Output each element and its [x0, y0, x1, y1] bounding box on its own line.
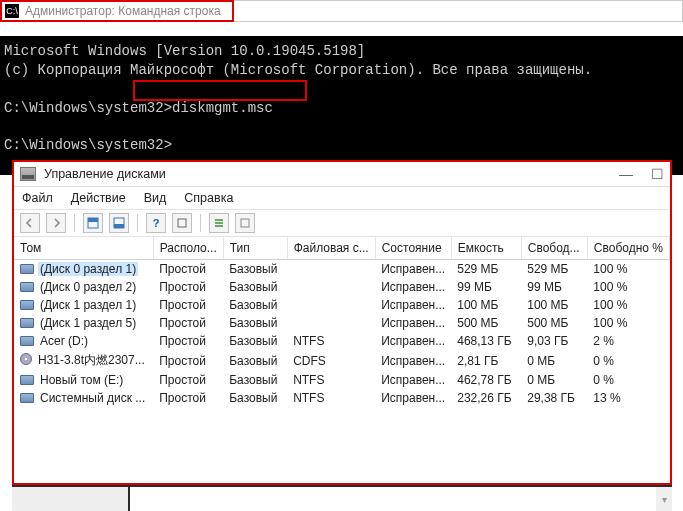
disk-management-window: Управление дисками — ☐ Файл Действие Вид…	[12, 160, 672, 485]
table-row[interactable]: H31-3.8t内燃2307...ПростойБазовыйCDFSИспра…	[14, 350, 670, 371]
menu-action[interactable]: Действие	[71, 191, 126, 205]
table-row[interactable]: (Диск 0 раздел 2)ПростойБазовыйИсправен.…	[14, 278, 670, 296]
cmd-title-text: Администратор: Командная строка	[25, 4, 221, 18]
cell-state: Исправен...	[375, 260, 451, 279]
dm-title-bar[interactable]: Управление дисками — ☐	[14, 162, 670, 187]
table-row[interactable]: Новый том (E:)ПростойБазовыйNTFSИсправен…	[14, 371, 670, 389]
minimize-button[interactable]: —	[619, 166, 633, 182]
col-fs[interactable]: Файловая с...	[287, 237, 375, 260]
cell-layout: Простой	[153, 389, 223, 407]
cell-type: Базовый	[223, 260, 287, 279]
maximize-button[interactable]: ☐	[651, 166, 664, 182]
volume-name: (Диск 1 раздел 5)	[38, 316, 138, 330]
dm-title-text: Управление дисками	[44, 167, 166, 181]
cell-state: Исправен...	[375, 314, 451, 332]
cell-fs	[287, 314, 375, 332]
table-header-row[interactable]: Том Располо... Тип Файловая с... Состоян…	[14, 237, 670, 260]
cell-capacity: 232,26 ГБ	[451, 389, 521, 407]
table-row[interactable]: (Диск 1 раздел 1)ПростойБазовыйИсправен.…	[14, 296, 670, 314]
cell-type: Базовый	[223, 314, 287, 332]
volume-name: (Диск 0 раздел 1)	[38, 262, 138, 276]
cell-capacity: 500 МБ	[451, 314, 521, 332]
cell-free: 29,38 ГБ	[521, 389, 587, 407]
svg-rect-8	[241, 219, 249, 227]
svg-rect-4	[178, 219, 186, 227]
volume-icon	[20, 318, 34, 328]
cell-free: 99 МБ	[521, 278, 587, 296]
col-free[interactable]: Свобод...	[521, 237, 587, 260]
cell-fs: NTFS	[287, 332, 375, 350]
table-row[interactable]: (Диск 1 раздел 5)ПростойБазовыйИсправен.…	[14, 314, 670, 332]
cell-free: 0 МБ	[521, 371, 587, 389]
table-row[interactable]: Acer (D:)ПростойБазовыйNTFSИсправен...46…	[14, 332, 670, 350]
menu-help[interactable]: Справка	[184, 191, 233, 205]
cell-pctfree: 100 %	[587, 260, 669, 279]
dm-lower-pane-fragment: ▾	[12, 485, 672, 511]
volume-icon	[20, 393, 34, 403]
menu-view[interactable]: Вид	[144, 191, 167, 205]
cell-type: Базовый	[223, 278, 287, 296]
cell-capacity: 99 МБ	[451, 278, 521, 296]
cell-fs: NTFS	[287, 371, 375, 389]
cmd-prompt-1-prefix: C:\Windows\system32>	[4, 100, 172, 116]
table-row[interactable]: (Диск 0 раздел 1)ПростойБазовыйИсправен.…	[14, 260, 670, 279]
cmd-line-copyright: (c) Корпорация Майкрософт (Microsoft Cor…	[4, 62, 592, 78]
col-tom[interactable]: Том	[14, 237, 153, 260]
toolbar-properties-button[interactable]	[235, 213, 255, 233]
cell-type: Базовый	[223, 332, 287, 350]
vertical-scrollbar-down-icon[interactable]: ▾	[656, 487, 672, 511]
cmd-prompt-1-command: diskmgmt.msc	[172, 100, 273, 116]
lower-pane-disk-label-area	[12, 487, 130, 511]
cell-state: Исправен...	[375, 332, 451, 350]
cell-free: 9,03 ГБ	[521, 332, 587, 350]
toolbar-forward-button[interactable]	[46, 213, 66, 233]
lower-pane-volume-area	[130, 487, 656, 511]
col-type[interactable]: Тип	[223, 237, 287, 260]
cell-capacity: 100 МБ	[451, 296, 521, 314]
menu-file[interactable]: Файл	[22, 191, 53, 205]
col-pctfree[interactable]: Свободно %	[587, 237, 669, 260]
cell-layout: Простой	[153, 260, 223, 279]
cell-pctfree: 100 %	[587, 314, 669, 332]
cell-pctfree: 0 %	[587, 350, 669, 371]
cell-capacity: 462,78 ГБ	[451, 371, 521, 389]
cell-fs	[287, 260, 375, 279]
volume-icon	[20, 300, 34, 310]
toolbar-separator	[74, 214, 75, 232]
table-empty-area	[14, 407, 670, 483]
cell-layout: Простой	[153, 296, 223, 314]
col-layout[interactable]: Располо...	[153, 237, 223, 260]
toolbar-back-button[interactable]	[20, 213, 40, 233]
cell-layout: Простой	[153, 314, 223, 332]
svg-rect-3	[114, 224, 124, 228]
cell-fs: CDFS	[287, 350, 375, 371]
cell-state: Исправен...	[375, 389, 451, 407]
volume-table: Том Располо... Тип Файловая с... Состоян…	[14, 237, 670, 407]
cell-state: Исправен...	[375, 296, 451, 314]
cell-layout: Простой	[153, 371, 223, 389]
cell-free: 500 МБ	[521, 314, 587, 332]
cell-free: 0 МБ	[521, 350, 587, 371]
col-capacity[interactable]: Емкость	[451, 237, 521, 260]
dm-toolbar: ?	[14, 210, 670, 237]
cell-type: Базовый	[223, 350, 287, 371]
cell-layout: Простой	[153, 350, 223, 371]
cmd-terminal[interactable]: Microsoft Windows [Version 10.0.19045.51…	[0, 36, 683, 175]
cell-capacity: 529 МБ	[451, 260, 521, 279]
cell-free: 529 МБ	[521, 260, 587, 279]
toolbar-view-top-button[interactable]	[83, 213, 103, 233]
cell-fs	[287, 296, 375, 314]
toolbar-separator	[200, 214, 201, 232]
dm-menu-bar: Файл Действие Вид Справка	[14, 187, 670, 210]
cell-type: Базовый	[223, 296, 287, 314]
col-state[interactable]: Состояние	[375, 237, 451, 260]
cell-capacity: 2,81 ГБ	[451, 350, 521, 371]
toolbar-refresh-button[interactable]	[172, 213, 192, 233]
toolbar-list-button[interactable]	[209, 213, 229, 233]
table-row[interactable]: Системный диск ...ПростойБазовыйNTFSИспр…	[14, 389, 670, 407]
toolbar-view-bottom-button[interactable]	[109, 213, 129, 233]
cmd-title-bar[interactable]: C:\ Администратор: Командная строка	[0, 0, 683, 22]
cell-pctfree: 0 %	[587, 371, 669, 389]
toolbar-help-button[interactable]: ?	[146, 213, 166, 233]
cell-pctfree: 2 %	[587, 332, 669, 350]
